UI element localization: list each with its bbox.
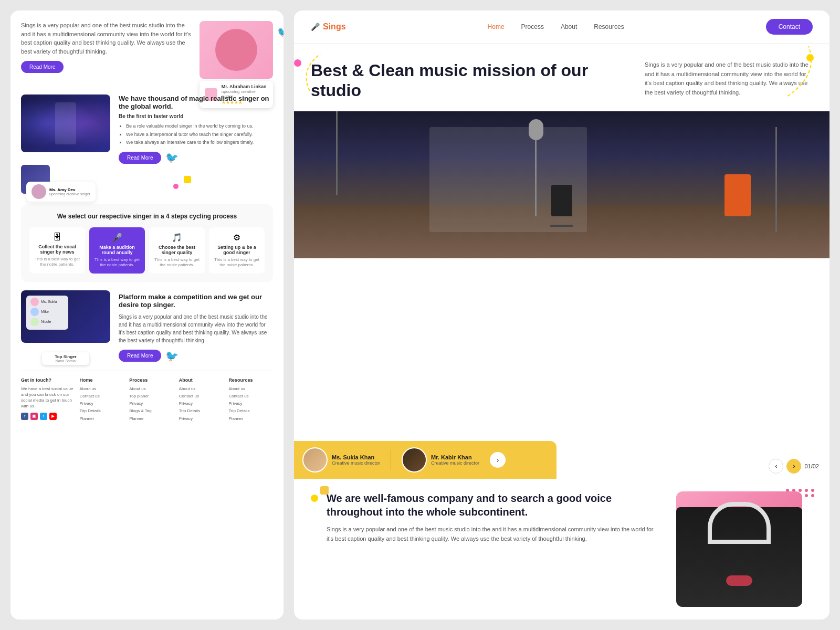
pli-dot-2: [30, 308, 39, 316]
platform-section: Ms. Sukla Mike Nicole Top Singer Nana Sa…: [21, 290, 273, 362]
middle-images: Ms. Amy Dev upcoming creative singer: [21, 94, 110, 194]
headphone-image: [200, 21, 273, 79]
step-3: 🎵 Choose the best singer quality This is…: [149, 227, 205, 274]
deco-curve-svg: [299, 49, 341, 101]
pagination-next[interactable]: ›: [786, 459, 801, 474]
footer-about-link-4[interactable]: Trip Details: [179, 408, 224, 414]
singer-avatar-2: [32, 184, 46, 199]
footer-contact-desc: We have a best social value and you can …: [21, 386, 75, 410]
footer-process-link-3[interactable]: Privacy: [129, 401, 174, 406]
musician-avatar-2: [402, 447, 427, 472]
nav-resources[interactable]: Resources: [594, 23, 624, 30]
top-singer-name: Nana Samia: [46, 359, 85, 363]
pli-dot-3: [30, 318, 39, 326]
footer-resources-link-5[interactable]: Planner: [228, 416, 273, 422]
nav-home[interactable]: Home: [488, 23, 505, 30]
chair-legs: [550, 225, 573, 227]
top-singer-badge: Top Singer Nana Samia: [42, 352, 89, 365]
platform-images: Ms. Sukla Mike Nicole Top Singer Nana Sa…: [21, 290, 110, 362]
footer-resources-link-3[interactable]: Privacy: [228, 401, 273, 406]
step-1-title: Collect the vocal singer by news: [33, 244, 82, 255]
footer-process-heading: Process: [129, 377, 174, 383]
footer-col-about: About About us Contact us Privacy Trip D…: [179, 377, 224, 423]
footer-home-link-2[interactable]: Contact us: [80, 393, 124, 399]
logo: 🎤 Sings: [311, 22, 346, 32]
musician-divider: [391, 449, 391, 470]
step-2-title: Make a audition round anually: [92, 245, 142, 255]
nav-process[interactable]: Process: [521, 23, 544, 30]
headphone-girl-image: [676, 491, 802, 607]
left-top-text: Sings is a very popular and one of the b…: [21, 21, 191, 73]
nav-links: Home Process About Resources: [367, 23, 745, 30]
bullet-list: Be a role valuable model singer in the w…: [119, 123, 273, 146]
footer-resources-heading: Resources: [228, 377, 273, 383]
footer-about-link-2[interactable]: Contact us: [179, 393, 224, 399]
footer-about-link-5[interactable]: Privacy: [179, 416, 224, 422]
singer-role-2: upcoming creative singer: [49, 192, 90, 196]
bottom-text: We are well-famous company and to search…: [311, 491, 659, 543]
middle-text: We have thousand of magic realistic sing…: [119, 94, 273, 194]
musicians-strip: Ms. Sukla Khan Creative music director M…: [294, 441, 556, 479]
footer-home-link-1[interactable]: About us: [80, 386, 124, 392]
footer-resources-link-2[interactable]: Contact us: [228, 393, 273, 399]
singer-silhouette: [55, 102, 76, 144]
footer-home-link-4[interactable]: Trip Details: [80, 408, 124, 414]
middle-heading: We have thousand of magic realistic sing…: [119, 94, 273, 110]
dot-deco-5: [811, 489, 814, 492]
deco-yellow-dot-bottom: [311, 495, 318, 502]
studio-backdrop: [429, 127, 587, 232]
musician-1: Ms. Sukla Khan Creative music director: [302, 447, 380, 472]
next-musician-button[interactable]: ›: [490, 452, 506, 468]
step-1-icon: 🗄: [33, 233, 82, 242]
read-more-button-3[interactable]: Read More: [119, 350, 161, 362]
read-more-button-2[interactable]: Read More: [119, 152, 161, 164]
pli-text-1: Ms. Sukla: [41, 300, 57, 303]
social-icons: f ▣ t ▶: [21, 413, 75, 420]
musician-role-1: Creative music director: [332, 460, 380, 466]
deco-yellow-box-bottom: [320, 486, 329, 495]
musician-info-2: Mr. Kabir Khan Creative music director: [431, 454, 479, 466]
dot-deco-9: [805, 494, 808, 497]
navbar: 🎤 Sings Home Process About Resources Con…: [294, 10, 830, 44]
left-middle-section: Ms. Amy Dev upcoming creative singer We …: [21, 94, 273, 194]
hero-section: Best & Clean music mission of our studio…: [294, 44, 830, 111]
steps-grid: 🗄 Collect the vocal singer by news This …: [29, 227, 265, 274]
bullet-1: Be a role valuable model singer in the w…: [126, 123, 273, 130]
footer-about-link-3[interactable]: Privacy: [179, 401, 224, 406]
contact-button[interactable]: Contact: [766, 19, 813, 35]
platform-list: Ms. Sukla Mike Nicole: [26, 296, 68, 330]
studio-image: [294, 111, 830, 258]
steps-section: We select our respective singer in a 4 s…: [21, 204, 273, 282]
footer-resources-link-4[interactable]: Trip Details: [228, 408, 273, 414]
bird-icon-3: 🐦: [165, 350, 178, 362]
footer-process-link-1[interactable]: About us: [129, 386, 174, 392]
facebook-icon[interactable]: f: [21, 413, 28, 420]
footer-col-process: Process About us Top planer Privacy Blog…: [129, 377, 174, 423]
step-2-desc: This is a best way to get the noble pati…: [92, 257, 142, 268]
mic-icon: 🎤: [311, 23, 320, 31]
twitter-icon[interactable]: t: [40, 413, 47, 420]
step-1-desc: This is a best way to get the noble pati…: [33, 257, 82, 268]
pli-text-2: Mike: [41, 310, 49, 313]
youtube-icon[interactable]: ▶: [49, 413, 57, 420]
right-panel: 🎤 Sings Home Process About Resources Con…: [294, 10, 830, 620]
instagram-icon[interactable]: ▣: [30, 413, 38, 420]
musician-name-1: Ms. Sukla Khan: [332, 454, 380, 460]
footer-process-link-2[interactable]: Top planer: [129, 393, 174, 399]
footer-home-link-5[interactable]: Planner: [80, 416, 124, 422]
read-more-button-1[interactable]: Read More: [21, 61, 64, 73]
pagination-prev[interactable]: ‹: [769, 459, 783, 474]
platform-list-item-1: Ms. Sukla: [30, 298, 64, 306]
footer-process-link-4[interactable]: Blogs & Tag: [129, 408, 174, 414]
footer-process-link-5[interactable]: Planner: [129, 416, 174, 422]
musician-avatar-1: [302, 447, 328, 472]
nav-about[interactable]: About: [561, 23, 577, 30]
hero-image-left: Mr. Abraham Linkan upcoming creative sin…: [200, 21, 273, 84]
hero-title-wrap: Best & Clean music mission of our studio: [311, 60, 628, 101]
left-top-section: Sings is a very popular and one of the b…: [21, 21, 273, 84]
footer-resources-link-1[interactable]: About us: [228, 386, 273, 392]
footer-about-link-1[interactable]: About us: [179, 386, 224, 392]
platform-desc: Sings is a very popular and one of the b…: [119, 313, 273, 344]
deco-curve-right-svg: [777, 44, 830, 107]
footer-home-link-3[interactable]: Privacy: [80, 401, 124, 406]
